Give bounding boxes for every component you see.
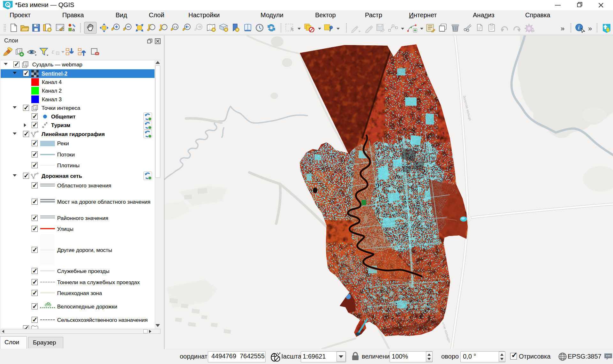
svg-text:i: i xyxy=(578,25,580,30)
svg-text:1:1: 1:1 xyxy=(173,26,178,29)
svg-text:ε: ε xyxy=(52,48,54,55)
svg-text:a: a xyxy=(72,27,75,32)
